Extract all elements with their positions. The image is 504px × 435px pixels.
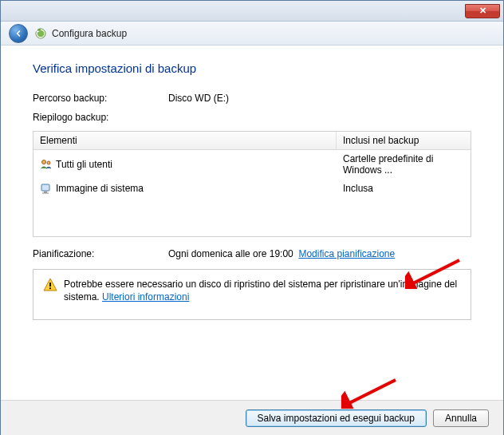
system-image-icon <box>40 182 53 195</box>
footer-bar: Salva impostazioni ed esegui backup Annu… <box>1 400 503 435</box>
backup-icon <box>34 27 47 40</box>
warning-text: Potrebbe essere necessario un disco di r… <box>64 278 461 303</box>
svg-rect-7 <box>49 287 51 289</box>
close-icon: ✕ <box>479 6 486 15</box>
cancel-button[interactable]: Annulla <box>433 409 489 427</box>
row-name: Immagine di sistema <box>56 183 144 194</box>
row-included: Inclusa <box>337 180 471 196</box>
svg-rect-5 <box>42 193 49 194</box>
titlebar: ✕ <box>1 1 503 22</box>
schedule-value: Ogni domenica alle ore 19:00 <box>168 248 293 259</box>
col-items-header[interactable]: Elementi <box>33 132 337 149</box>
svg-point-0 <box>36 29 45 38</box>
location-value: Disco WD (E:) <box>168 93 229 104</box>
back-arrow-icon <box>14 29 23 38</box>
warning-icon <box>43 278 57 292</box>
location-label: Percorso backup: <box>33 93 168 104</box>
col-included-header[interactable]: Inclusi nel backup <box>337 132 471 149</box>
backup-location-row: Percorso backup: Disco WD (E:) <box>33 93 471 104</box>
table-row[interactable]: Tutti gli utenti Cartelle predefinite di… <box>33 150 471 179</box>
save-run-button[interactable]: Salva impostazioni ed esegui backup <box>246 409 427 427</box>
users-icon <box>40 158 53 171</box>
svg-rect-3 <box>41 184 49 191</box>
summary-label: Riepilogo backup: <box>33 112 168 123</box>
close-button[interactable]: ✕ <box>465 4 500 18</box>
more-info-link[interactable]: Ulteriori informazioni <box>102 291 189 303</box>
summary-label-row: Riepilogo backup: <box>33 112 471 123</box>
svg-point-1 <box>42 160 46 164</box>
page-title: Verifica impostazioni di backup <box>33 61 471 75</box>
table-header: Elementi Inclusi nel backup <box>33 132 471 150</box>
schedule-label: Pianificazione: <box>33 248 168 259</box>
svg-point-2 <box>47 161 50 164</box>
breadcrumb: Configura backup <box>52 28 127 39</box>
table-body: Tutti gli utenti Cartelle predefinite di… <box>33 150 471 236</box>
svg-rect-6 <box>49 283 51 287</box>
svg-rect-4 <box>44 192 47 193</box>
table-row[interactable]: Immagine di sistema Inclusa <box>33 179 471 198</box>
row-included: Cartelle predefinite di Windows ... <box>337 152 471 177</box>
row-name: Tutti gli utenti <box>56 159 112 170</box>
summary-table: Elementi Inclusi nel backup Tutti gli ut… <box>33 131 471 237</box>
warning-box: Potrebbe essere necessario un disco di r… <box>33 269 471 320</box>
content-area: Verifica impostazioni di backup Percorso… <box>1 45 503 320</box>
back-button[interactable] <box>9 24 28 43</box>
modify-schedule-link[interactable]: Modifica pianificazione <box>298 248 395 259</box>
header-bar: Configura backup <box>1 22 503 45</box>
schedule-row: Pianificazione: Ogni domenica alle ore 1… <box>33 248 471 259</box>
